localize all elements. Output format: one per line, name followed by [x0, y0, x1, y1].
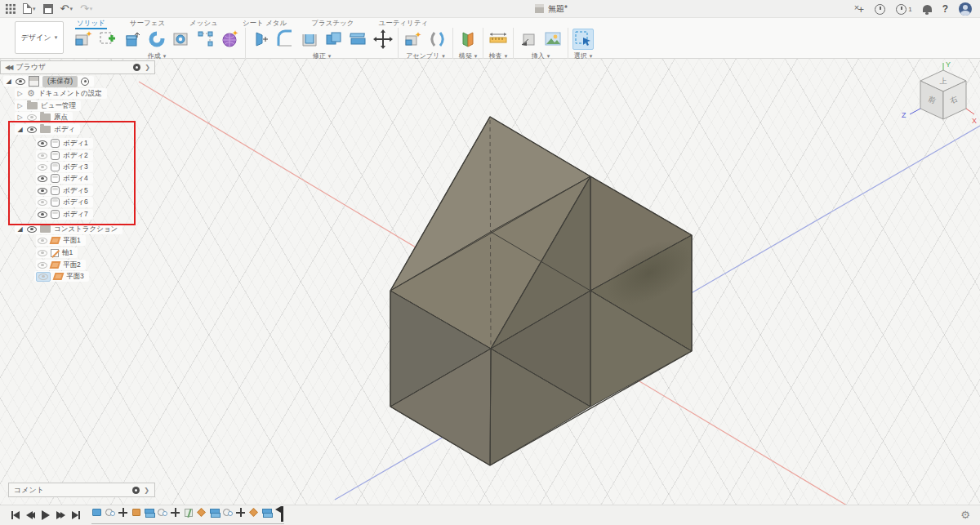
extensions-icon[interactable] — [875, 4, 885, 15]
expand-icon[interactable]: ▷ — [16, 113, 24, 121]
pattern-icon[interactable] — [195, 29, 216, 50]
notifications-bell-icon[interactable] — [923, 5, 932, 12]
tree-item-body2[interactable]: ボディ2 — [36, 150, 93, 161]
tab-mesh[interactable]: メッシュ — [188, 18, 220, 28]
tree-item-plane2[interactable]: 平面2 — [36, 260, 86, 270]
tree-item-bodies-folder[interactable]: ◢ ボディ — [15, 124, 80, 135]
feature-boolean-icon[interactable] — [131, 506, 141, 518]
revolve-icon[interactable] — [146, 29, 167, 50]
go-to-start-button[interactable] — [11, 511, 20, 519]
visibility-eye-icon[interactable] — [38, 164, 47, 171]
visibility-eye-icon[interactable] — [27, 114, 37, 121]
tree-item-body6[interactable]: ボディ6 — [36, 197, 93, 207]
comment-panel-header[interactable]: コメント ❯ — [8, 483, 155, 497]
visibility-eye-icon[interactable] — [16, 78, 25, 85]
select-icon[interactable] — [572, 29, 594, 50]
help-button[interactable]: ? — [942, 3, 948, 15]
panel-options-icon[interactable] — [132, 487, 140, 494]
redo-button[interactable]: ↷▾ — [80, 3, 92, 14]
user-avatar[interactable] — [959, 2, 972, 16]
panel-expand-icon[interactable]: ❯ — [144, 487, 149, 494]
primitive-box-icon[interactable]: ✦ — [73, 29, 94, 50]
construction-plane-icon[interactable] — [457, 29, 479, 50]
job-status-button[interactable]: 1 — [896, 4, 911, 15]
feature-combine-icon[interactable] — [144, 506, 154, 518]
tree-item-body4[interactable]: ボディ4 — [36, 173, 93, 184]
model-house-solid[interactable] — [390, 117, 703, 465]
tree-item-document-settings[interactable]: ▷ ⚙ ドキュメントの設定 — [15, 88, 107, 99]
tree-item-construction-folder[interactable]: ◢ コンストラクション — [15, 224, 122, 234]
active-component-radio[interactable] — [81, 78, 89, 86]
expand-icon[interactable]: ◢ — [5, 78, 12, 85]
expand-icon[interactable]: ◢ — [16, 225, 24, 233]
tree-item-named-views[interactable]: ▷ ビュー管理 — [15, 100, 81, 111]
visibility-eye-icon[interactable] — [38, 176, 47, 182]
tree-item-body5[interactable]: ボディ5 — [36, 185, 93, 196]
visibility-eye-icon[interactable] — [38, 199, 47, 206]
create-sketch-icon[interactable] — [97, 29, 118, 50]
tree-item-plane3[interactable]: 平面3 — [34, 271, 89, 282]
feature-split-icon[interactable] — [183, 506, 194, 518]
feature-combine-icon[interactable] — [261, 506, 272, 518]
feature-plane-icon[interactable] — [196, 506, 207, 518]
press-pull-icon[interactable] — [250, 29, 271, 50]
step-back-button[interactable] — [26, 511, 35, 519]
play-button[interactable] — [42, 510, 50, 520]
expand-icon[interactable]: ◢ — [16, 126, 24, 133]
new-document-tab-button[interactable]: + — [858, 3, 865, 16]
expand-icon[interactable]: ▷ — [16, 90, 24, 97]
tab-surface[interactable]: サーフェス — [128, 18, 167, 28]
viewcube-top-face[interactable]: 上 — [940, 77, 947, 85]
visibility-eye-icon[interactable] — [38, 274, 48, 280]
fillet-icon[interactable] — [274, 29, 296, 50]
timeline-settings-gear-icon[interactable]: ⚙ — [960, 509, 970, 521]
app-grid-icon[interactable] — [5, 3, 16, 14]
hole-icon[interactable] — [171, 29, 192, 50]
tab-sheet-metal[interactable]: シート メタル — [241, 18, 288, 28]
tree-item-origin[interactable]: ▷ 原点 — [15, 112, 73, 122]
collapse-panel-icon[interactable]: ◀◀ — [5, 64, 11, 71]
visibility-eye-icon[interactable] — [38, 140, 47, 147]
feature-move-icon[interactable] — [235, 506, 246, 518]
measure-icon[interactable] — [488, 29, 509, 50]
tree-item-body3[interactable]: ボディ3 — [36, 162, 93, 172]
extrude-icon[interactable] — [122, 29, 143, 50]
create-form-icon[interactable]: ✦ — [220, 29, 241, 50]
tab-solid[interactable]: ソリッド — [75, 18, 107, 28]
step-forward-button[interactable] — [56, 511, 65, 519]
panel-expand-icon[interactable]: ❯ — [145, 64, 150, 71]
tab-plastic[interactable]: プラスチック — [310, 18, 355, 28]
visibility-eye-icon[interactable] — [27, 226, 37, 233]
tree-item-document-root[interactable]: ◢ (未保存) — [3, 76, 94, 87]
workspace-selector-button[interactable]: デザイン ▾ — [15, 21, 64, 54]
panel-options-icon[interactable] — [133, 64, 140, 71]
visibility-eye-icon[interactable] — [38, 262, 47, 269]
visibility-eye-icon[interactable] — [38, 211, 47, 218]
go-to-end-button[interactable] — [72, 511, 80, 519]
visibility-eye-icon[interactable] — [27, 127, 37, 133]
tree-item-body7[interactable]: ボディ7 — [36, 209, 93, 220]
timeline-position-marker[interactable] — [276, 506, 284, 522]
3d-viewport[interactable]: Y 上 前 右 Z X ▾ ▾ ▾ ▾ ▾ — [0, 59, 980, 505]
visibility-eye-icon[interactable] — [38, 250, 47, 256]
feature-move-icon[interactable] — [118, 506, 128, 518]
visibility-eye-icon[interactable] — [38, 238, 47, 244]
visibility-eye-highlight[interactable] — [36, 272, 51, 282]
visibility-eye-icon[interactable] — [38, 153, 47, 159]
feature-copy-icon[interactable] — [105, 506, 115, 518]
feature-plane-icon[interactable] — [248, 506, 259, 518]
move-copy-icon[interactable] — [372, 29, 394, 50]
viewcube[interactable]: Y 上 前 右 Z X — [902, 60, 977, 125]
tree-item-plane1[interactable]: 平面1 — [36, 235, 86, 246]
feature-copy-icon[interactable] — [222, 506, 233, 518]
canvas-icon[interactable] — [542, 29, 564, 50]
undo-button[interactable]: ↶▾ — [60, 3, 73, 14]
split-body-icon[interactable] — [348, 29, 369, 50]
new-component-icon[interactable]: ✦ — [403, 29, 424, 50]
visibility-eye-icon[interactable] — [38, 188, 47, 194]
file-menu-button[interactable]: ▾ — [23, 3, 36, 14]
feature-combine-icon[interactable] — [209, 506, 220, 518]
combine-icon[interactable] — [323, 29, 345, 50]
tree-item-body1[interactable]: ボディ1 — [36, 138, 93, 149]
save-button[interactable] — [43, 4, 53, 14]
